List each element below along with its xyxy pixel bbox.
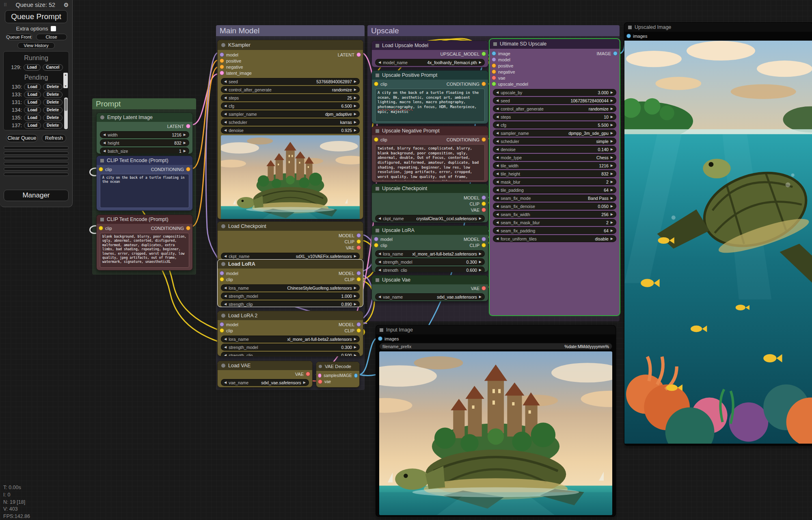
widget-increment-icon[interactable]: ▶ [354,96,356,100]
widget-decrement-icon[interactable]: ◀ [224,295,227,298]
widget-increment-icon[interactable]: ▶ [303,381,306,384]
widget-increment-icon[interactable]: ▶ [354,80,356,83]
load-button[interactable]: Load [24,107,41,113]
node-header[interactable]: Load VAE [218,361,312,370]
widget-row[interactable]: ◀ mask_blur 2 ▶ [493,178,616,185]
widget-decrement-icon[interactable]: ◀ [224,381,227,384]
load-button[interactable]: Load [24,115,41,121]
widget-row[interactable]: ◀ strength_clip 0.500 ▶ [221,352,360,356]
widget-row[interactable]: ◀ strength_clip 0.890 ▶ [221,301,360,307]
node-header[interactable]: Input Image [376,325,615,334]
collapse-square[interactable] [628,26,632,29]
input-slot-dot[interactable] [220,277,224,282]
drag-handle-icon[interactable]: ⠿ [4,2,7,8]
input-slot-dot[interactable] [318,373,322,378]
widget-decrement-icon[interactable]: ◀ [224,286,227,290]
output-slot-dot[interactable] [482,202,486,206]
output-slot-dot[interactable] [482,243,486,247]
node-header[interactable]: Load Checkpoint [218,222,363,231]
widget-row[interactable]: ◀ tile_width 1216 ▶ [493,162,616,169]
widget-row[interactable]: ◀ control_after_generate randomize ▶ [221,86,360,93]
widget-increment-icon[interactable]: ▶ [611,197,613,200]
widget-decrement-icon[interactable]: ◀ [378,269,381,272]
widget-decrement-icon[interactable]: ◀ [224,338,227,341]
widget-increment-icon[interactable]: ▶ [479,61,482,64]
widget-row[interactable]: ◀ steps 10 ▶ [493,113,616,120]
node-clip-text-encode-positive[interactable]: CLIP Text Encode (Prompt) clip CONDITION… [96,156,193,211]
extra-options-checkbox[interactable] [51,26,56,31]
widget-row[interactable]: ◀ ckpt_name crystalClearXL_ccxl.safetens… [375,215,485,222]
widget-increment-icon[interactable]: ▶ [354,129,356,132]
node-header[interactable]: Load LoRA 2 [218,311,363,320]
collapse-dot[interactable] [319,365,322,368]
output-slot-dot[interactable] [354,373,358,378]
widget-row[interactable]: ◀ steps 25 ▶ [221,94,360,101]
widget-decrement-icon[interactable]: ◀ [496,124,499,127]
widget-decrement-icon[interactable]: ◀ [224,303,227,306]
widget-increment-icon[interactable]: ▶ [611,188,613,192]
widget-increment-icon[interactable]: ▶ [611,99,613,102]
widget-increment-icon[interactable]: ▶ [611,132,613,135]
widget-decrement-icon[interactable]: ◀ [378,217,381,220]
prompt-textarea[interactable]: twisted, blurry faces, complicated, blur… [375,144,485,181]
widget-row[interactable]: ◀ cfg 5.500 ▶ [493,121,616,128]
load-button[interactable]: Load [24,99,41,106]
collapse-dot[interactable] [100,115,104,119]
menu-button[interactable] [4,157,69,160]
node-graph-canvas[interactable]: Prompt Main Model Upscale [0,0,812,520]
input-slot-dot[interactable] [374,82,378,86]
widget-row[interactable]: ◀ height 832 ▶ [100,139,189,146]
widget-row[interactable]: ◀ seed 1067286728400044 ▶ [493,97,616,104]
group-upscale-title[interactable]: Upscale [367,25,620,36]
input-slot-dot[interactable] [492,76,496,80]
widget-increment-icon[interactable]: ▶ [611,124,613,127]
output-slot-dot[interactable] [482,52,486,56]
refresh-queue-button[interactable]: Refresh [42,134,66,142]
input-slot-dot[interactable] [626,34,631,38]
widget-decrement-icon[interactable]: ◀ [496,156,499,159]
node-upscale-negative-prompt[interactable]: Upscale Negative Prompt clip CONDITIONIN… [371,126,488,182]
queue-prompt-button[interactable]: Queue Prompt [5,10,67,23]
node-upscale-lora[interactable]: Upscale LoRA model MODEL clip CLIP ◀ lor… [371,225,488,272]
widget-increment-icon[interactable]: ▶ [611,213,613,216]
node-ultimate-sd-upscale[interactable]: Ultimate SD Upscale image IMAGE model po… [489,39,620,316]
delete-button[interactable]: Delete [43,122,63,129]
widget-decrement-icon[interactable]: ◀ [496,205,499,208]
collapse-dot[interactable] [221,314,225,318]
widget-increment-icon[interactable]: ▶ [479,252,482,256]
collapse-square[interactable] [376,129,379,133]
widget-row[interactable]: ◀ scheduler karras ▶ [221,119,360,126]
widget-decrement-icon[interactable]: ◀ [103,133,106,136]
node-header[interactable]: Load Upscale Model [372,41,488,50]
output-slot-dot[interactable] [482,82,486,86]
collapse-square[interactable] [493,42,497,46]
menu-button[interactable] [4,173,69,176]
widget-decrement-icon[interactable]: ◀ [378,61,381,64]
widget-increment-icon[interactable]: ▶ [611,172,613,176]
widget-decrement-icon[interactable]: ◀ [103,150,106,153]
output-slot-dot[interactable] [356,233,361,238]
widget-row[interactable]: ◀ cfg 6.500 ▶ [221,102,360,109]
group-prompt-title[interactable]: Prompt [92,98,196,109]
widget-decrement-icon[interactable]: ◀ [496,140,499,143]
widget-increment-icon[interactable]: ▶ [611,156,613,159]
input-slot-dot[interactable] [378,336,382,341]
widget-decrement-icon[interactable]: ◀ [496,180,499,184]
delete-button[interactable]: Delete [43,107,63,113]
input-slot-dot[interactable] [492,51,496,56]
node-header[interactable]: Upscale Checkpoint [372,184,488,193]
widget-row[interactable]: ◀ lora_name xl_more_art-full-beta2.safet… [375,250,485,257]
delete-button[interactable]: Delete [43,115,63,121]
widget-increment-icon[interactable]: ▶ [611,205,613,208]
widget-row[interactable]: ◀ ckpt_name sdXL_v10VAEFix.safetensors ▶ [221,253,360,260]
widget-row[interactable]: ◀ model_name 4x_foolhardy_Remacri.pth ▶ [375,59,485,66]
widget-row[interactable]: ◀ seam_fix_mode Band Pass ▶ [493,195,616,202]
comfy-menu[interactable]: ⠿ Queue size: 52 ⚙ Queue Prompt Extra op… [0,0,73,207]
widget-decrement-icon[interactable]: ◀ [496,115,499,119]
widget-increment-icon[interactable]: ▶ [184,141,186,145]
widget-decrement-icon[interactable]: ◀ [224,121,227,124]
widget-decrement-icon[interactable]: ◀ [224,104,227,108]
node-header[interactable]: CLIP Text Encode (Prompt) [97,156,192,165]
node-header[interactable]: Upscaled Image [624,23,812,32]
widget-decrement-icon[interactable]: ◀ [496,213,499,216]
